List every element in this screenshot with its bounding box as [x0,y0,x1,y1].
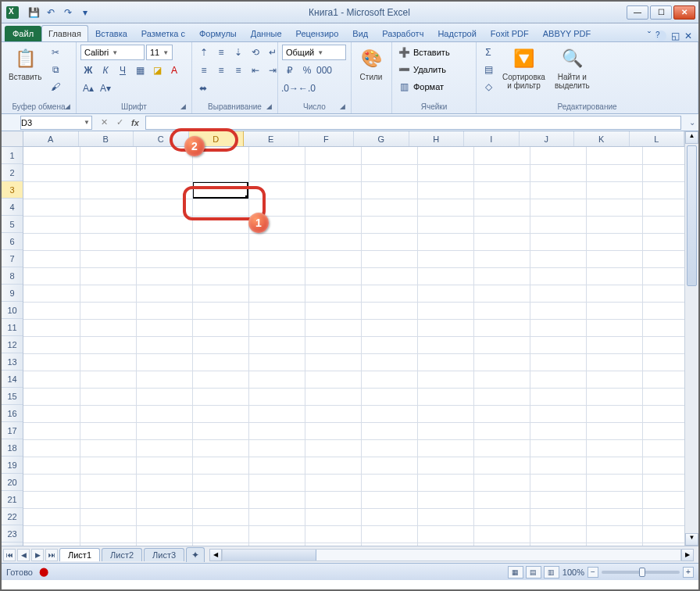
align-center-icon[interactable]: ≡ [213,63,229,78]
undo-icon[interactable]: ↶ [44,5,58,20]
maximize-button[interactable]: ☐ [650,5,672,20]
align-middle-icon[interactable]: ≡ [213,45,229,60]
number-launcher-icon[interactable]: ◢ [338,102,347,112]
orientation-icon[interactable]: ⟲ [248,45,263,60]
select-all-button[interactable] [2,131,23,147]
tab-foxit[interactable]: Foxit PDF [484,25,536,41]
tab-abbyy[interactable]: ABBYY PDF [536,25,598,41]
tab-data[interactable]: Данные [244,25,289,41]
enter-formula-icon[interactable]: ✓ [112,116,127,130]
autosum-icon[interactable]: Σ [480,45,496,60]
zoom-out-button[interactable]: − [588,567,598,578]
redo-icon[interactable]: ↷ [61,5,75,20]
column-header-E[interactable]: E [244,131,299,146]
tab-developer[interactable]: Разработч [375,25,430,41]
macro-record-icon[interactable]: ⬤ [39,567,48,577]
increase-decimal-icon[interactable]: .0→ [282,81,298,96]
row-header-17[interactable]: 17 [2,422,23,439]
tab-view[interactable]: Вид [345,25,375,41]
scroll-right-button[interactable]: ▶ [681,549,694,561]
italic-button[interactable]: К [98,63,113,78]
percent-icon[interactable]: % [299,63,315,78]
sort-filter-button[interactable]: 🔽 Сортировка и фильтр [499,45,548,91]
column-header-C[interactable]: C [134,131,189,146]
file-tab[interactable]: Файл [5,26,41,41]
clear-icon[interactable]: ◇ [480,79,496,95]
row-header-16[interactable]: 16 [2,405,23,422]
fill-color-button[interactable]: ◪ [149,63,165,78]
column-header-A[interactable]: A [23,131,79,146]
row-header-9[interactable]: 9 [2,285,23,302]
column-header-L[interactable]: L [630,131,685,146]
window-close-icon[interactable]: ✕ [684,30,692,41]
row-header-18[interactable]: 18 [2,439,23,457]
horizontal-scrollbar[interactable]: ◀ ▶ [209,549,694,561]
delete-cells-label[interactable]: Удалить [413,65,446,74]
insert-cells-label[interactable]: Вставить [413,48,450,57]
merge-cells-icon[interactable]: ⬌ [196,81,210,96]
alignment-launcher-icon[interactable]: ◢ [264,102,273,112]
scroll-down-button[interactable]: ▼ [685,533,698,546]
number-format-combo[interactable]: Общий▼ [282,45,346,60]
shrink-font-icon[interactable]: A▾ [98,81,113,96]
row-header-10[interactable]: 10 [2,302,23,319]
row-header-6[interactable]: 6 [2,233,23,250]
column-header-G[interactable]: G [354,131,409,146]
font-name-combo[interactable]: Calibri▼ [80,45,145,60]
expand-formula-bar-icon[interactable]: ⌄ [686,118,698,127]
comma-icon[interactable]: 000 [316,63,332,78]
name-box-dropdown-icon[interactable]: ▼ [84,119,91,126]
qat-more-icon[interactable]: ▾ [78,5,92,20]
sheet-tab-1[interactable]: Лист1 [59,548,100,561]
hscroll-track[interactable] [222,549,681,561]
font-size-combo[interactable]: 11▼ [146,45,173,60]
sheet-tab-3[interactable]: Лист3 [144,548,184,561]
underline-button[interactable]: Ч [115,63,130,78]
align-top-icon[interactable]: ⇡ [196,45,212,60]
format-painter-icon[interactable]: 🖌 [48,79,63,95]
column-header-J[interactable]: J [520,131,575,146]
column-header-H[interactable]: H [409,131,465,146]
row-header-13[interactable]: 13 [2,353,23,371]
first-sheet-button[interactable]: ⏮ [3,549,16,561]
tab-addins[interactable]: Надстрой [430,25,483,41]
column-header-D[interactable]: D [189,131,245,146]
fill-icon[interactable]: ▤ [480,62,496,77]
name-box[interactable]: D3 ▼ [20,116,92,130]
row-header-21[interactable]: 21 [2,491,23,508]
row-header-4[interactable]: 4 [2,199,23,216]
row-header-8[interactable]: 8 [2,267,23,285]
row-header-7[interactable]: 7 [2,250,23,267]
bold-button[interactable]: Ж [80,63,96,78]
align-bottom-icon[interactable]: ⇣ [230,45,246,60]
font-launcher-icon[interactable]: ◢ [178,102,188,112]
last-sheet-button[interactable]: ⏭ [45,549,58,561]
minimize-ribbon-icon[interactable]: ˇ [648,30,651,41]
help-icon[interactable]: ? [655,30,666,41]
align-left-icon[interactable]: ≡ [196,63,212,78]
row-header-15[interactable]: 15 [2,388,23,405]
row-header-1[interactable]: 1 [2,147,23,164]
copy-icon[interactable]: ⧉ [48,62,63,77]
cancel-formula-icon[interactable]: ✕ [97,116,111,130]
page-break-view-button[interactable]: ▥ [544,566,559,578]
zoom-slider[interactable] [602,571,680,574]
new-sheet-button[interactable]: ✦ [186,547,205,562]
decrease-indent-icon[interactable]: ⇤ [248,63,263,78]
hscroll-thumb[interactable] [223,550,316,561]
active-cell[interactable] [192,181,248,199]
minimize-button[interactable]: — [627,5,648,20]
currency-icon[interactable]: ₽ [282,63,298,78]
column-header-B[interactable]: B [79,131,134,146]
find-select-button[interactable]: 🔍 Найти и выделить [552,45,593,91]
page-layout-view-button[interactable]: ▤ [526,566,541,578]
font-color-button[interactable]: A [166,63,182,78]
save-icon[interactable]: 💾 [27,5,41,20]
scroll-left-button[interactable]: ◀ [209,549,222,561]
grow-font-icon[interactable]: A▴ [80,81,96,96]
row-header-19[interactable]: 19 [2,457,23,474]
zoom-level[interactable]: 100% [562,568,584,577]
decrease-decimal-icon[interactable]: ←.0 [299,81,315,96]
prev-sheet-button[interactable]: ◀ [17,549,30,561]
column-header-F[interactable]: F [299,131,355,146]
